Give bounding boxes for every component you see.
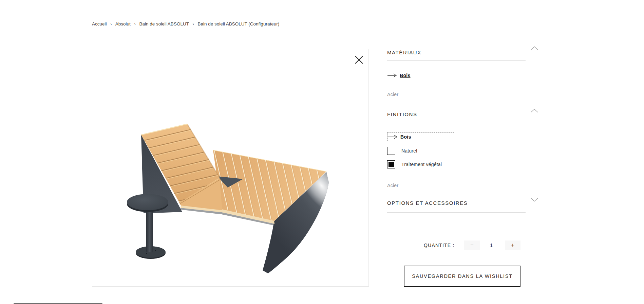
chevron-down-icon[interactable] — [531, 198, 538, 202]
breadcrumb-home[interactable]: Accueil — [92, 21, 107, 26]
arrow-right-icon — [387, 73, 397, 77]
close-button[interactable] — [354, 54, 364, 65]
checkbox-traitement[interactable] — [387, 160, 395, 168]
quantity-increase-button[interactable]: + — [505, 240, 520, 250]
product-3d-render[interactable] — [92, 49, 368, 286]
divider — [387, 120, 526, 120]
divider — [387, 60, 526, 61]
close-icon — [355, 55, 363, 64]
breadcrumb-separator: › — [192, 21, 194, 26]
breadcrumb-absolut[interactable]: Absolut — [115, 21, 131, 26]
breadcrumb: Accueil › Absolut › Bain de soleil ABSOL… — [92, 21, 279, 26]
chevron-up-icon[interactable] — [531, 46, 538, 50]
configurator-panel: MATÉRIAUX Bois Acier FINITIONS Bois Natu… — [387, 37, 538, 289]
breadcrumb-configurator: Bain de soleil ABSOLUT (Configurateur) — [198, 21, 280, 26]
section-title-materiaux[interactable]: MATÉRIAUX — [387, 50, 421, 55]
finition-row-traitement[interactable]: Traitement végétal — [387, 160, 442, 168]
divider — [387, 212, 526, 213]
arrow-right-icon — [388, 135, 398, 139]
section-title-finitions[interactable]: FINITIONS — [387, 111, 417, 117]
materiaux-bois-link[interactable]: Bois — [400, 73, 411, 78]
checkbox-naturel-label: Naturel — [401, 148, 417, 154]
finitions-option-acier[interactable]: Acier — [387, 183, 398, 188]
side-table — [127, 194, 168, 259]
product-viewer — [92, 49, 369, 287]
quantity-value: 1 — [487, 240, 496, 250]
finitions-bois-link[interactable]: Bois — [400, 134, 411, 140]
breadcrumb-separator: › — [134, 21, 135, 26]
chevron-up-icon[interactable] — [531, 109, 538, 113]
finition-row-naturel[interactable]: Naturel — [387, 147, 417, 155]
quantity-decrease-button[interactable]: − — [464, 240, 480, 250]
breadcrumb-separator: › — [110, 21, 112, 26]
finitions-option-bois[interactable]: Bois — [387, 132, 454, 141]
save-wishlist-button[interactable]: SAUVEGARDER DANS LA WISHLIST — [404, 266, 520, 287]
breadcrumb-product[interactable]: Bain de soleil ABSOLUT — [139, 21, 189, 26]
materiaux-option-bois[interactable]: Bois — [387, 73, 411, 78]
checkbox-traitement-label: Traitement végétal — [401, 162, 442, 167]
checkbox-naturel[interactable] — [387, 147, 395, 155]
materiaux-option-acier[interactable]: Acier — [387, 92, 398, 97]
section-title-options[interactable]: OPTIONS ET ACCESSOIRES — [387, 200, 468, 206]
quantity-label: QUANTITE : — [424, 240, 455, 250]
